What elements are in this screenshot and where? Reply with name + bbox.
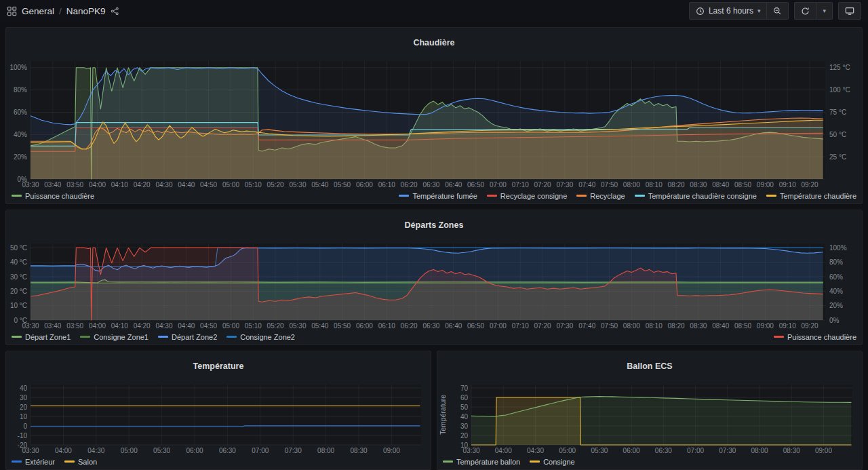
legend-item-depart-zone1[interactable]: Départ Zone1 <box>12 333 71 341</box>
y-axis-left-tick-label: 40 °C <box>10 258 27 266</box>
tv-monitor-icon <box>845 6 854 16</box>
x-axis-tick-label: 06:30 <box>422 181 439 189</box>
x-axis-tick-label: 06:50 <box>467 322 484 330</box>
legend-item-puissance-chaudiere[interactable]: Puissance chaudière <box>774 333 856 341</box>
legend-item-consigne[interactable]: Consigne <box>530 458 574 466</box>
y-axis-left-tick-label: -20 <box>18 441 28 448</box>
departs-zones-plot-area[interactable]: 03:3003:4003:5004:0004:1004:2004:3004:40… <box>6 239 862 331</box>
panel-temperature: Température 03:3004:0004:3005:0005:3006:… <box>5 351 431 470</box>
x-axis-tick-label: 07:40 <box>578 181 595 189</box>
panel-title-departs-zones[interactable]: Départs Zones <box>6 217 862 232</box>
x-axis-tick-label: 07:20 <box>534 322 551 330</box>
x-axis-tick-label: 06:50 <box>467 181 484 189</box>
x-axis-tick-label: 07:20 <box>534 181 551 189</box>
x-axis-tick-label: 05:50 <box>334 322 351 330</box>
x-axis-tick-label: 08:00 <box>623 181 640 189</box>
x-axis-tick-label: 05:40 <box>311 181 328 189</box>
y-axis-left-tick-label: 0 <box>23 422 27 429</box>
legend-label: Recyclage <box>590 192 625 200</box>
legend-color-dash <box>443 461 453 463</box>
x-axis-tick-label: 09:00 <box>757 181 774 189</box>
y-axis-right-tick-label: 25 °C <box>829 153 846 160</box>
panel-chaudiere: Chaudière 03:3003:4003:5004:0004:1004:20… <box>5 27 863 204</box>
x-axis-tick-label: 05:40 <box>311 322 328 330</box>
caret-down-icon: ▾ <box>757 8 761 14</box>
y-axis-left-tick-label: 40 <box>460 412 469 420</box>
x-axis-tick-label: 06:20 <box>401 181 418 189</box>
x-axis-tick-label: 08:20 <box>668 322 685 330</box>
x-axis-tick-label: 09:00 <box>815 447 832 454</box>
y-axis-left-tick-label: 10 <box>460 441 469 448</box>
share-dashboard-icon[interactable] <box>111 7 119 16</box>
legend-item-recyclage[interactable]: Recyclage <box>576 192 625 200</box>
chart-canvas: 03:3003:4003:5004:0004:1004:2004:3004:40… <box>6 239 862 331</box>
x-axis-tick-label: 05:30 <box>153 447 170 454</box>
legend-label: Recyclage consigne <box>500 192 567 200</box>
x-axis-tick-label: 07:00 <box>490 181 507 189</box>
x-axis-tick-label: 06:00 <box>186 447 203 454</box>
ballon-ecs-plot-area[interactable]: 03:3004:0004:3005:0005:3006:0006:3007:00… <box>437 380 862 456</box>
x-axis-tick-label: 04:50 <box>200 322 217 330</box>
x-axis-tick-label: 08:10 <box>646 181 663 189</box>
zoom-out-time-button[interactable] <box>767 2 789 20</box>
legend-item-exterieur[interactable]: Extérieur <box>12 458 55 466</box>
time-range-picker-button[interactable]: Last 6 hours ▾ <box>689 2 768 20</box>
legend-item-temperature-fumee[interactable]: Température fumée <box>399 192 477 200</box>
y-axis-left-tick-label: 0 °C <box>14 316 27 324</box>
legend-item-consigne-zone2[interactable]: Consigne Zone2 <box>226 333 295 341</box>
legend-color-dash <box>576 195 587 197</box>
temperature-legend: ExtérieurSalon <box>6 456 431 469</box>
panel-title-temperature[interactable]: Température <box>6 358 431 373</box>
y-axis-left-tick-label: 60 <box>460 393 469 401</box>
x-axis-tick-label: 05:00 <box>559 447 576 454</box>
y-axis-right-tick-label: 75 °C <box>829 109 846 116</box>
y-axis-right-tick-label: 60% <box>829 273 843 280</box>
y-axis-left-tick-label: 60% <box>14 109 27 116</box>
temperature-plot-area[interactable]: 03:3004:0004:3005:0005:3006:0006:3007:00… <box>6 380 431 456</box>
x-axis-tick-label: 07:00 <box>490 322 507 330</box>
legend-item-temperature-chaudiere[interactable]: Température chaudière <box>766 192 856 200</box>
x-axis-tick-label: 08:30 <box>690 322 707 330</box>
legend-item-recyclage-consigne[interactable]: Recyclage consigne <box>487 192 567 200</box>
legend-item-temperature-ballon[interactable]: Température ballon <box>443 458 520 466</box>
y-axis-right-tick-label: 100% <box>829 244 847 252</box>
breadcrumb-dashboard-title[interactable]: NanoPK9 <box>66 6 106 16</box>
legend-item-depart-zone2[interactable]: Départ Zone2 <box>158 333 217 341</box>
x-axis-tick-label: 04:00 <box>495 447 512 454</box>
x-axis-tick-label: 04:00 <box>55 447 72 454</box>
dashboards-grid-icon[interactable] <box>7 6 17 16</box>
x-axis-tick-label: 08:00 <box>751 447 768 454</box>
legend-item-consigne-zone1[interactable]: Consigne Zone1 <box>80 333 149 341</box>
legend-color-dash <box>226 336 237 338</box>
legend-item-temperature-chaudiere-consigne[interactable]: Température chaudière consigne <box>635 192 757 200</box>
panel-title-chaudiere[interactable]: Chaudière <box>6 35 862 50</box>
legend-item-salon[interactable]: Salon <box>64 458 97 466</box>
y-axis-left-tick-label: 50 <box>460 403 469 410</box>
x-axis-tick-label: 05:20 <box>267 322 284 330</box>
x-axis-tick-label: 03:50 <box>66 181 83 189</box>
cycle-view-mode-button[interactable] <box>838 2 861 20</box>
y-axis-left-tick-label: 20 <box>20 403 28 410</box>
refresh-interval-dropdown[interactable]: ▾ <box>816 2 833 20</box>
x-axis-tick-label: 04:10 <box>111 322 128 330</box>
panel-title-ballon-ecs[interactable]: Ballon ECS <box>437 358 862 373</box>
y-axis-left-tick-label: -10 <box>18 431 28 439</box>
legend-label: Température fumée <box>412 192 477 200</box>
legend-color-dash <box>399 195 409 197</box>
breadcrumb-folder[interactable]: General <box>22 6 54 16</box>
chart-canvas: 03:3004:0004:3005:0005:3006:0006:3007:00… <box>6 380 431 456</box>
y-axis-left-tick-label: 40 <box>20 384 28 391</box>
legend-color-dash <box>12 195 22 197</box>
x-axis-tick-label: 08:00 <box>623 322 640 330</box>
legend-item-puissance-chaudiere[interactable]: Puissance chaudière <box>12 192 94 200</box>
refresh-dashboard-button[interactable] <box>794 2 816 20</box>
chaudiere-plot-area[interactable]: 03:3003:4003:5004:0004:1004:2004:3004:40… <box>6 57 862 190</box>
legend-label: Puissance chaudière <box>787 333 856 341</box>
x-axis-tick-label: 04:30 <box>87 447 104 454</box>
x-axis-tick-label: 05:30 <box>289 322 306 330</box>
x-axis-tick-label: 04:40 <box>178 322 195 330</box>
y-axis-left-tick-label: 10 °C <box>10 302 27 309</box>
x-axis-tick-label: 03:40 <box>44 181 61 189</box>
y-axis-right-tick-label: 20% <box>829 302 843 309</box>
x-axis-tick-label: 04:00 <box>89 181 106 189</box>
